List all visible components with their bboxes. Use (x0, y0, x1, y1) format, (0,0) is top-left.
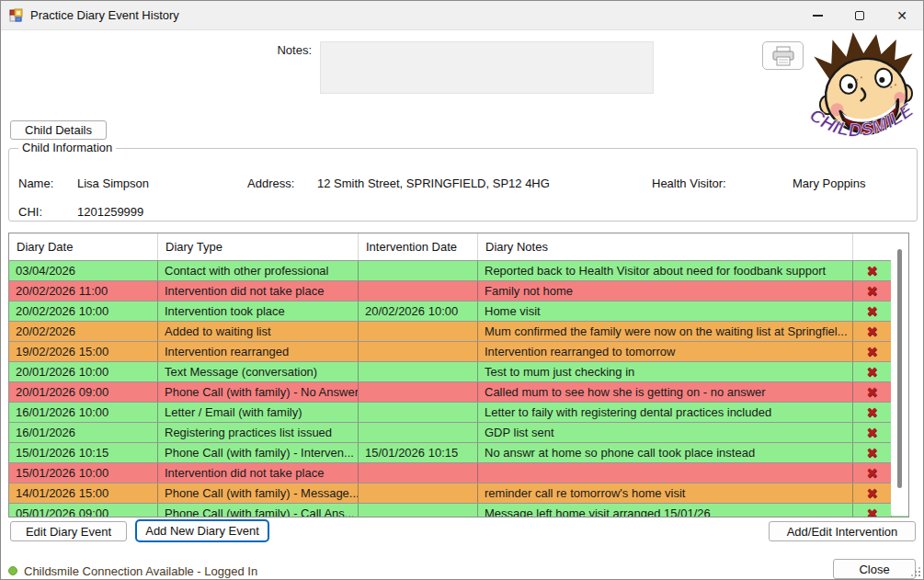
delete-row-button[interactable]: ✖ (853, 403, 892, 422)
column-header-diary-date[interactable]: Diary Date (9, 233, 158, 260)
intervention-date-cell (359, 382, 478, 402)
name-label: Name: (18, 176, 53, 190)
close-window-button[interactable]: ✕ (881, 1, 923, 30)
table-row[interactable]: 20/02/2026 10:00Intervention took place2… (9, 301, 908, 322)
diary-notes-cell: No answr at home so phone call took plac… (478, 443, 853, 462)
delete-icon: ✖ (866, 365, 878, 379)
vertical-scrollbar[interactable] (891, 234, 908, 516)
delete-row-button[interactable]: ✖ (853, 322, 892, 341)
maximize-button[interactable] (838, 1, 881, 30)
diary-date-cell: 20/02/2026 10:00 (9, 301, 158, 321)
diary-type-cell: Intervention rearranged (158, 342, 359, 361)
delete-row-button[interactable]: ✖ (853, 382, 892, 402)
intervention-date-cell (359, 483, 478, 503)
diary-date-cell: 20/01/2026 10:00 (9, 362, 158, 381)
delete-icon: ✖ (866, 466, 878, 480)
column-header-intervention-date[interactable]: Intervention Date (359, 233, 478, 260)
delete-icon: ✖ (866, 324, 878, 338)
notes-label: Notes: (231, 43, 312, 57)
table-row[interactable]: 20/02/2026 11:00Intervention did not tak… (9, 281, 908, 301)
intervention-date-cell (359, 504, 478, 517)
delete-icon: ✖ (866, 506, 878, 517)
intervention-date-cell (359, 281, 478, 301)
print-button[interactable] (762, 41, 804, 70)
table-row[interactable]: 03/04/2026Contact with other professiona… (9, 261, 908, 281)
table-row[interactable]: 16/01/2026Registering practices list iss… (9, 423, 908, 443)
intervention-date-cell (359, 403, 478, 422)
diary-type-cell: Added to waiting list (158, 322, 359, 341)
diary-date-cell: 16/01/2026 10:00 (9, 403, 158, 422)
diary-type-cell: Intervention did not take place (158, 463, 359, 483)
minimize-button[interactable] (796, 1, 838, 30)
intervention-date-cell (359, 463, 478, 483)
add-edit-intervention-button[interactable]: Add/Edit Intervention (769, 521, 916, 541)
column-header-delete (853, 233, 892, 260)
delete-row-button[interactable]: ✖ (853, 301, 892, 321)
notes-input[interactable] (320, 41, 654, 94)
chi-value: 1201259999 (77, 205, 143, 219)
column-header-diary-type[interactable]: Diary Type (158, 233, 359, 260)
minimize-icon (813, 15, 823, 17)
table-row[interactable]: 05/01/2026 09:00Phone Call (with family)… (9, 504, 908, 517)
scrollbar-thumb[interactable] (897, 249, 902, 488)
delete-row-button[interactable]: ✖ (853, 483, 892, 503)
diary-date-cell: 14/01/2026 15:00 (9, 483, 158, 503)
column-header-diary-notes[interactable]: Diary Notes (478, 233, 853, 260)
delete-icon: ✖ (866, 304, 878, 318)
diary-type-cell: Phone Call (with family) - Message... (158, 483, 359, 503)
table-row[interactable]: 20/02/2026Added to waiting listMum confi… (9, 322, 908, 342)
edit-diary-event-button[interactable]: Edit Diary Event (10, 521, 127, 541)
delete-row-button[interactable]: ✖ (853, 423, 892, 442)
delete-icon: ✖ (866, 486, 878, 500)
diary-notes-cell: Family not home (478, 281, 853, 301)
intervention-date-cell (359, 342, 478, 361)
intervention-date-cell (359, 322, 478, 341)
intervention-date-cell (359, 261, 478, 280)
app-icon (9, 8, 24, 23)
address-label: Address: (247, 176, 294, 190)
table-row[interactable]: 15/01/2026 10:00Intervention did not tak… (9, 463, 908, 483)
close-button[interactable]: Close (833, 559, 916, 579)
delete-row-button[interactable]: ✖ (853, 362, 892, 381)
chi-label: CHI: (18, 205, 42, 219)
diary-date-cell: 20/02/2026 11:00 (9, 281, 158, 301)
delete-icon: ✖ (866, 426, 878, 439)
table-row[interactable]: 15/01/2026 10:15Phone Call (with family)… (9, 443, 908, 463)
diary-notes-cell: Called mum to see how she is getting on … (478, 382, 853, 402)
delete-row-button[interactable]: ✖ (853, 281, 892, 301)
maximize-icon (855, 11, 864, 20)
diary-notes-cell: Intervention rearranged to tomorrow (478, 342, 853, 361)
table-row[interactable]: 20/01/2026 09:00Phone Call (with family)… (9, 382, 908, 403)
table-row[interactable]: 19/02/2026 15:00Intervention rearrangedI… (9, 342, 908, 362)
table-body: 03/04/2026Contact with other professiona… (9, 261, 908, 517)
diary-type-cell: Letter / Email (with family) (158, 403, 359, 422)
intervention-date-cell: 20/02/2026 10:00 (359, 301, 478, 321)
delete-icon: ✖ (866, 284, 878, 298)
add-new-diary-event-button[interactable]: Add New Diary Event (135, 519, 269, 542)
diary-type-cell: Registering practices list issued (158, 423, 359, 442)
table-row[interactable]: 14/01/2026 15:00Phone Call (with family)… (9, 483, 908, 504)
diary-date-cell: 19/02/2026 15:00 (9, 342, 158, 361)
delete-row-button[interactable]: ✖ (853, 463, 892, 483)
diary-type-cell: Phone Call (with family) - Interven... (158, 443, 359, 462)
name-value: Lisa Simpson (77, 176, 149, 190)
table-row[interactable]: 16/01/2026 10:00Letter / Email (with fam… (9, 403, 908, 423)
child-details-button[interactable]: Child Details (10, 120, 107, 140)
delete-row-button[interactable]: ✖ (853, 342, 892, 361)
delete-row-button[interactable]: ✖ (853, 443, 892, 462)
delete-row-button[interactable]: ✖ (853, 261, 892, 280)
table-row[interactable]: 20/01/2026 10:00Text Message (conversati… (9, 362, 908, 382)
diary-notes-cell: Letter to faily with registering dental … (478, 403, 853, 422)
diary-type-cell: Intervention took place (158, 301, 359, 321)
diary-date-cell: 03/04/2026 (9, 261, 158, 280)
diary-notes-cell: GDP list sent (478, 423, 853, 442)
intervention-date-cell (359, 362, 478, 381)
delete-icon: ✖ (866, 405, 878, 419)
resize-grip[interactable] (912, 568, 920, 576)
diary-notes-cell (478, 463, 853, 483)
delete-row-button[interactable]: ✖ (853, 504, 892, 517)
window-title: Practice Diary Event History (30, 8, 179, 22)
title-bar: Practice Diary Event History ✕ (1, 1, 923, 30)
intervention-date-cell (359, 423, 478, 442)
diary-type-cell: Text Message (conversation) (158, 362, 359, 381)
